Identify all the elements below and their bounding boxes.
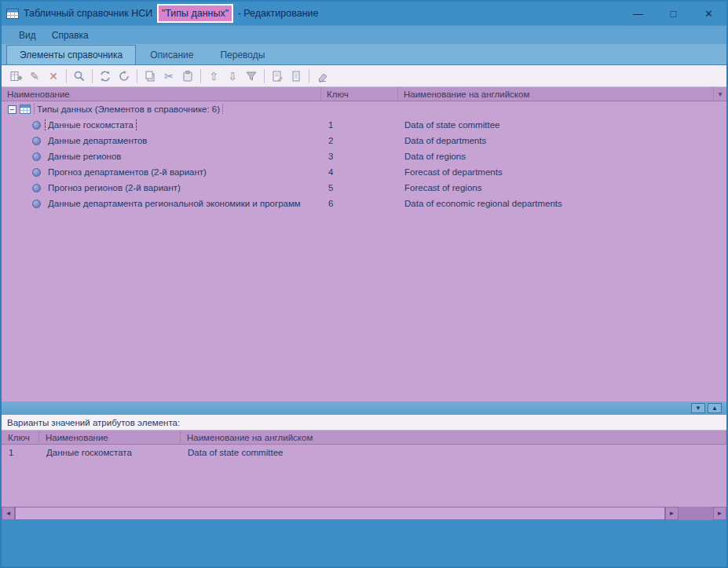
row-key: 4 (321, 167, 398, 177)
toolbar-separator (309, 69, 309, 83)
column-header-english[interactable]: Наименование на английском (181, 431, 726, 444)
search-icon[interactable] (70, 68, 89, 85)
row-english: Data of economic regional departments (398, 199, 726, 208)
table-row[interactable]: Данные департамента региональной экономи… (2, 196, 726, 211)
toolbar: ✎ ✕ ✂ ⇧ ⇩ (2, 65, 726, 87)
tree-root-label: Типы данных (Элементов в справочнике: 6) (35, 104, 222, 115)
window-title: Табличный справочник НСИ "Типы данных" -… (24, 4, 319, 23)
copy-icon[interactable] (141, 68, 159, 85)
item-bullet-icon (32, 121, 41, 130)
tab-elements[interactable]: Элементы справочника (6, 45, 136, 64)
tree-root-row[interactable]: − Типы данных (Элементов в справочнике: … (2, 101, 726, 117)
table-icon (20, 104, 31, 114)
reference-tree: − Типы данных (Элементов в справочнике: … (2, 101, 726, 401)
attributes-grid-header: Ключ Наименование Наименование на англий… (2, 431, 726, 445)
table-row[interactable]: Данные регионов 3 Data of regions (2, 148, 726, 164)
scroll-right-icon[interactable]: ► (665, 507, 679, 520)
menu-item-spravka[interactable]: Справка (44, 27, 97, 43)
item-bullet-icon (32, 168, 41, 177)
tab-strip: Элементы справочника Описание Переводы (2, 44, 726, 65)
scroll-left-icon[interactable]: ◄ (2, 507, 15, 520)
column-header-english[interactable]: Наименование на английском (398, 87, 714, 101)
collapse-expander-icon[interactable]: − (8, 105, 16, 114)
column-header-key[interactable]: Ключ (321, 87, 398, 101)
row-key: 2 (321, 136, 398, 145)
column-header-name[interactable]: Наименование (2, 87, 321, 101)
table-row[interactable]: Прогноз департаментов (2-й вариант) 4 Fo… (2, 164, 726, 180)
scroll-far-right-icon[interactable]: ► (713, 507, 726, 520)
move-down-icon[interactable]: ⇩ (223, 68, 242, 85)
item-bullet-icon (32, 184, 41, 192)
row-name: Прогноз регионов (2-й вариант) (46, 182, 183, 193)
add-record-icon[interactable] (6, 68, 25, 85)
toolbar-separator (264, 69, 265, 83)
edit-document-icon[interactable] (268, 68, 287, 85)
close-button[interactable]: ✕ (691, 2, 726, 25)
row-key: 1 (321, 120, 398, 130)
delete-record-icon[interactable]: ✕ (44, 68, 63, 85)
collapse-panel-icon[interactable]: ▼ (691, 403, 705, 413)
row-name: Данные департамента региональной экономи… (46, 198, 303, 209)
toolbar-separator (66, 69, 67, 83)
sync-all-icon[interactable] (96, 68, 115, 85)
app-window: Табличный справочник НСИ "Типы данных" -… (0, 0, 728, 568)
window-title-highlight: "Типы данных" (157, 4, 233, 23)
toolbar-separator (200, 69, 201, 83)
row-key: 1 (2, 448, 39, 457)
refresh-icon[interactable] (115, 68, 134, 85)
menu-bar: Вид Справка (2, 25, 726, 44)
expand-panel-icon[interactable]: ▲ (708, 403, 722, 413)
column-chooser-icon[interactable]: ▾ (714, 87, 726, 101)
row-name: Прогноз департаментов (2-й вариант) (46, 167, 209, 178)
copy-document-icon[interactable] (287, 68, 305, 85)
row-english: Data of departments (398, 136, 726, 145)
attributes-grid: 1 Данные госкомстата Data of state commi… (2, 445, 726, 507)
row-english: Data of state committee (398, 120, 726, 130)
attributes-panel-title: Варианты значений атрибутов элемента: (2, 415, 726, 431)
table-row[interactable]: Данные департаментов 2 Data of departmen… (2, 133, 726, 148)
column-header-name[interactable]: Наименование (39, 431, 181, 444)
item-bullet-icon (32, 137, 41, 145)
table-row[interactable]: 1 Данные госкомстата Data of state commi… (2, 445, 726, 460)
move-up-icon[interactable]: ⇧ (204, 68, 223, 85)
window-frame-bottom (2, 520, 726, 566)
menu-item-vid[interactable]: Вид (11, 27, 44, 43)
row-english: Data of regions (398, 152, 726, 161)
paste-icon[interactable] (178, 68, 197, 85)
row-name: Данные регионов (46, 151, 123, 162)
window-title-suffix: - Редактирование (235, 8, 318, 19)
scrollbar-thumb[interactable] (15, 507, 665, 520)
window-title-prefix: Табличный справочник НСИ (24, 8, 155, 19)
tab-translations[interactable]: Переводы (207, 46, 277, 64)
row-english: Data of state committee (181, 448, 726, 457)
minimize-button[interactable]: — (620, 2, 656, 25)
row-english: Forecast of departments (398, 167, 726, 177)
row-key: 5 (321, 183, 398, 192)
table-row[interactable]: Прогноз регионов (2-й вариант) 5 Forecas… (2, 180, 726, 196)
app-icon (6, 9, 19, 19)
panel-splitter[interactable]: ▼ ▲ (2, 401, 726, 415)
row-name: Данные госкомстата (39, 448, 181, 457)
edit-record-icon[interactable]: ✎ (25, 68, 44, 85)
eraser-icon[interactable] (313, 68, 331, 85)
row-key: 6 (321, 199, 398, 208)
row-key: 3 (321, 152, 398, 161)
filter-icon[interactable] (242, 68, 261, 85)
title-bar: Табличный справочник НСИ "Типы данных" -… (2, 2, 726, 25)
column-header-key[interactable]: Ключ (2, 431, 39, 444)
tab-description[interactable]: Описание (137, 46, 206, 64)
toolbar-separator (92, 69, 93, 83)
row-english: Forecast of regions (398, 183, 726, 192)
toolbar-separator (137, 69, 137, 83)
maximize-button[interactable]: □ (656, 2, 691, 25)
table-row[interactable]: Данные госкомстата 1 Data of state commi… (2, 117, 726, 133)
cut-icon[interactable]: ✂ (159, 68, 178, 85)
row-name: Данные департаментов (46, 135, 149, 146)
item-bullet-icon (32, 152, 41, 161)
row-name: Данные госкомстата (46, 119, 136, 130)
scrollbar-track[interactable] (679, 507, 713, 520)
grid-header: Наименование Ключ Наименование на англий… (2, 87, 726, 101)
item-bullet-icon (32, 200, 41, 208)
horizontal-scrollbar[interactable]: ◄ ► ► (2, 507, 726, 520)
